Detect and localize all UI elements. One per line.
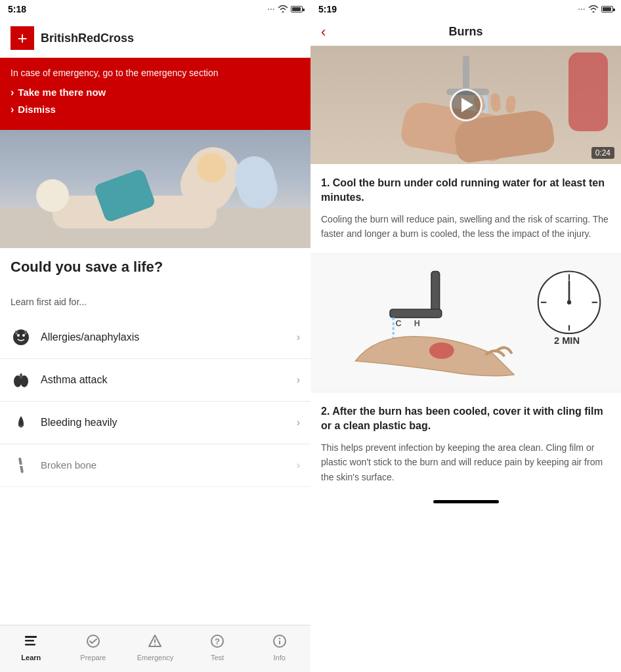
learn-label: Learn first aid for... — [11, 297, 300, 307]
dismiss-label: Dismiss — [18, 104, 56, 115]
list-item-bleeding-label: Bleeding heavily — [41, 417, 297, 429]
emergency-nav-label: Emergency — [137, 654, 174, 662]
nav-learn[interactable]: Learn — [0, 625, 62, 672]
nav-prepare[interactable]: Prepare — [62, 625, 125, 672]
list-item-asthma[interactable]: Asthma attack › — [0, 359, 310, 402]
test-nav-icon: ? — [210, 634, 225, 652]
emergency-banner: In case of emergency, go to the emergenc… — [0, 58, 310, 130]
step-2-number: 2. — [321, 406, 330, 417]
wifi-icon-left — [278, 5, 288, 14]
svg-point-2 — [22, 334, 25, 337]
nav-info[interactable]: Info — [248, 625, 310, 672]
svg-rect-10 — [25, 640, 34, 642]
time-left: 5:18 — [8, 4, 26, 14]
status-icons-right: ··· — [578, 5, 613, 14]
hero-image — [0, 130, 310, 248]
dots-left: ··· — [268, 6, 275, 13]
take-me-chevron: › — [11, 87, 14, 98]
svg-rect-19 — [279, 640, 280, 644]
person-head-right — [197, 153, 226, 182]
finger3 — [505, 95, 516, 113]
step-1-body: Cooling the burn will reduce pain, swell… — [321, 212, 610, 242]
battery-icon-right — [601, 6, 613, 12]
faucet-illustration: C H — [321, 264, 610, 382]
illustration-section: C H — [310, 254, 621, 393]
status-icons-left: ··· — [268, 5, 303, 14]
first-aid-list: Allergies/anaphylaxis › Asthma attack › — [0, 316, 310, 625]
detail-header: ‹ Burns — [310, 18, 621, 46]
video-section[interactable]: 0:24 — [310, 46, 621, 164]
dismiss-link[interactable]: › Dismiss — [11, 104, 300, 116]
learn-section: Learn first aid for... — [0, 289, 310, 316]
svg-point-1 — [17, 334, 20, 337]
video-duration: 0:24 — [591, 147, 614, 159]
step-2-title: 2. After the burn has been cooled, cover… — [321, 404, 610, 434]
detail-content: 1. Cool the burn under cold running wate… — [310, 164, 621, 672]
dots-right: ··· — [578, 6, 586, 13]
take-me-link[interactable]: › Take me there now — [11, 87, 300, 98]
svg-point-4 — [25, 332, 27, 334]
nav-test[interactable]: ? Test — [186, 625, 249, 672]
left-panel: 5:18 ··· BritishRedCross In case of emer… — [0, 0, 310, 672]
svg-rect-21 — [390, 309, 442, 318]
battery-icon-left — [291, 6, 303, 12]
back-button[interactable]: ‹ — [321, 24, 326, 41]
could-save-title: Could you save a life? — [11, 259, 300, 276]
test-nav-label: Test — [211, 654, 224, 662]
nav-emergency[interactable]: Emergency — [124, 625, 186, 672]
play-triangle-icon — [461, 98, 473, 112]
svg-rect-9 — [25, 636, 37, 638]
list-item-allergies-label: Allergies/anaphylaxis — [41, 331, 297, 343]
svg-rect-13 — [154, 639, 156, 643]
prepare-nav-label: Prepare — [80, 654, 106, 662]
svg-point-25 — [429, 342, 454, 358]
svg-point-18 — [278, 637, 280, 639]
info-nav-label: Info — [273, 654, 285, 662]
time-right: 5:19 — [318, 4, 337, 14]
list-item-broken-label: Broken bone — [41, 459, 297, 471]
svg-text:?: ? — [215, 637, 220, 646]
home-bar-right — [433, 500, 499, 503]
svg-point-0 — [13, 329, 29, 345]
faucet-pipe — [463, 56, 469, 92]
take-me-label: Take me there now — [18, 87, 106, 98]
play-button[interactable] — [450, 89, 482, 121]
logo-header: BritishRedCross — [0, 18, 310, 58]
asthma-chevron: › — [297, 374, 300, 386]
learn-nav-label: Learn — [21, 654, 41, 662]
list-item-asthma-label: Asthma attack — [41, 374, 297, 386]
dismiss-chevron: › — [11, 104, 14, 116]
broken-chevron: › — [297, 459, 300, 471]
asthma-icon — [11, 369, 32, 390]
status-bar-left: 5:18 ··· — [0, 0, 310, 18]
bleeding-icon — [11, 412, 32, 433]
list-item-allergies[interactable]: Allergies/anaphylaxis › — [0, 316, 310, 359]
step-2-section: 2. After the burn has been cooled, cover… — [310, 392, 621, 496]
step-1-number: 1. — [321, 177, 330, 188]
allergies-icon — [11, 327, 32, 348]
finger2 — [490, 93, 501, 112]
svg-rect-11 — [25, 644, 35, 646]
bleeding-chevron: › — [297, 417, 300, 429]
step-1-title: 1. Cool the burn under cold running wate… — [321, 176, 610, 205]
brand-name: BritishRedCross — [41, 32, 134, 45]
svg-text:H: H — [414, 319, 420, 328]
could-save-section: Could you save a life? — [0, 248, 310, 289]
emergency-message: In case of emergency, go to the emergenc… — [11, 67, 300, 80]
step-1-section: 1. Cool the burn under cold running wate… — [310, 164, 621, 254]
person-arm2 — [230, 152, 282, 213]
person-bg — [568, 52, 608, 131]
right-panel: 5:19 ··· ‹ Burns — [310, 0, 621, 672]
emergency-nav-icon — [148, 634, 162, 652]
status-bar-right: 5:19 ··· — [310, 0, 621, 18]
svg-point-14 — [154, 644, 156, 645]
step-2-title-text: After the burn has been cooled, cover it… — [321, 406, 603, 431]
step-2-body: This helps prevent infection by keeping … — [321, 440, 610, 484]
list-item-bleeding[interactable]: Bleeding heavily › — [0, 402, 310, 444]
step-1-title-text: Cool the burn under cold running water f… — [321, 177, 605, 203]
wifi-icon-right — [588, 5, 599, 14]
list-item-broken[interactable]: Broken bone › — [0, 444, 310, 487]
mannequin-head — [36, 179, 69, 212]
learn-nav-icon — [24, 634, 38, 652]
svg-point-3 — [16, 332, 18, 334]
